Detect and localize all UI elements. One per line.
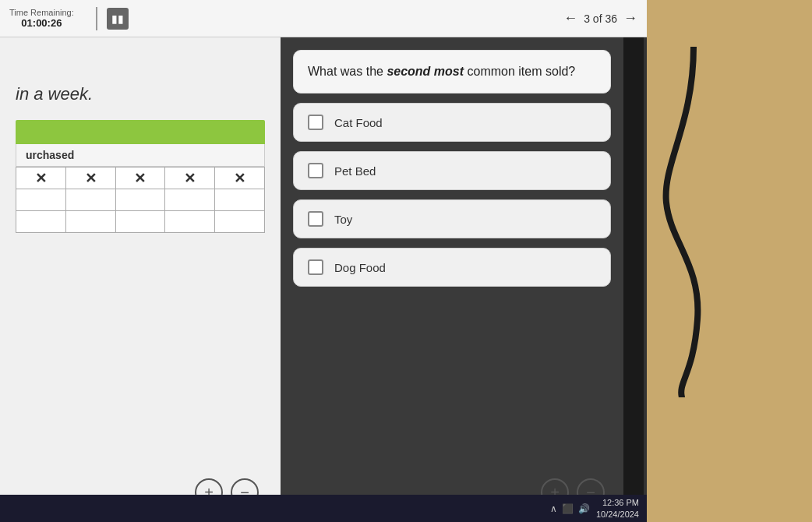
table-header — [16, 120, 265, 144]
time-value: 01:00:26 — [21, 17, 62, 29]
taskbar-system-icon: ∧ — [550, 503, 557, 514]
taskbar-monitor-icon: ⬛ — [562, 503, 574, 514]
page-indicator: 3 of 36 — [584, 12, 617, 25]
table-cell — [115, 211, 165, 233]
timer-display: Time Remaining: 01:00:26 — [9, 8, 74, 29]
table-cell — [16, 189, 66, 211]
taskbar-time: 12:36 PM — [596, 497, 639, 508]
table-cell — [215, 189, 265, 211]
answer-label-cat-food: Cat Food — [334, 116, 383, 129]
divider — [96, 7, 97, 30]
answer-option-dog-food[interactable]: Dog Food — [293, 248, 611, 287]
answer-label-pet-bed: Pet Bed — [334, 164, 376, 178]
pause-icon: ▮▮ — [111, 12, 124, 25]
answer-option-pet-bed[interactable]: Pet Bed — [293, 151, 611, 190]
table-cell: ✕ — [115, 168, 165, 189]
navigation-area: ← 3 of 36 → — [563, 10, 637, 26]
table-row — [16, 211, 265, 233]
taskbar-date: 10/24/2024 — [596, 509, 639, 520]
table-row: ✕ ✕ ✕ ✕ ✕ — [16, 168, 265, 189]
purchased-label: urchased — [16, 144, 265, 167]
taskbar-time-display: 12:36 PM 10/24/2024 — [596, 497, 639, 520]
table-cell: ✕ — [65, 168, 115, 189]
taskbar-volume-icon: 🔊 — [578, 503, 590, 514]
table-cell — [16, 211, 66, 233]
table-cell: ✕ — [165, 168, 215, 189]
table-cell — [165, 189, 215, 211]
table-cell — [65, 189, 115, 211]
table-cell — [65, 211, 115, 233]
time-remaining-label: Time Remaining: — [9, 8, 74, 17]
week-text: in a week. — [16, 84, 265, 104]
next-arrow[interactable]: → — [623, 10, 637, 26]
answer-option-cat-food[interactable]: Cat Food — [293, 103, 611, 142]
answer-label-toy: Toy — [334, 213, 352, 226]
question-box: What was the second most common item sol… — [293, 50, 611, 93]
pause-button[interactable]: ▮▮ — [107, 8, 129, 30]
checkbox-dog-food[interactable] — [308, 259, 323, 275]
cable-visual — [655, 47, 717, 397]
data-table-container: urchased ✕ ✕ ✕ ✕ ✕ — [16, 120, 265, 233]
quiz-panel: What was the second most common item sol… — [281, 37, 623, 497]
background-area — [647, 0, 812, 522]
table-cell: ✕ — [215, 168, 265, 189]
data-table: ✕ ✕ ✕ ✕ ✕ — [16, 167, 265, 233]
table-cell: ✕ — [16, 168, 66, 189]
answer-label-dog-food: Dog Food — [334, 261, 386, 274]
question-text: What was the second most common item sol… — [308, 65, 575, 78]
checkbox-pet-bed[interactable] — [308, 163, 323, 178]
table-cell — [215, 211, 265, 233]
table-cell — [165, 211, 215, 233]
answer-option-toy[interactable]: Toy — [293, 199, 611, 238]
table-cell — [115, 189, 165, 211]
left-panel: in a week. urchased ✕ ✕ ✕ ✕ ✕ — [0, 37, 281, 495]
checkbox-cat-food[interactable] — [308, 115, 323, 130]
table-row — [16, 189, 265, 211]
checkbox-toy[interactable] — [308, 211, 323, 227]
top-bar: Time Remaining: 01:00:26 ▮▮ ← 3 of 36 → — [0, 0, 647, 37]
taskbar: ∧ ⬛ 🔊 12:36 PM 10/24/2024 — [0, 495, 647, 522]
prev-arrow[interactable]: ← — [563, 10, 577, 26]
taskbar-icons: ∧ ⬛ 🔊 — [550, 503, 590, 514]
